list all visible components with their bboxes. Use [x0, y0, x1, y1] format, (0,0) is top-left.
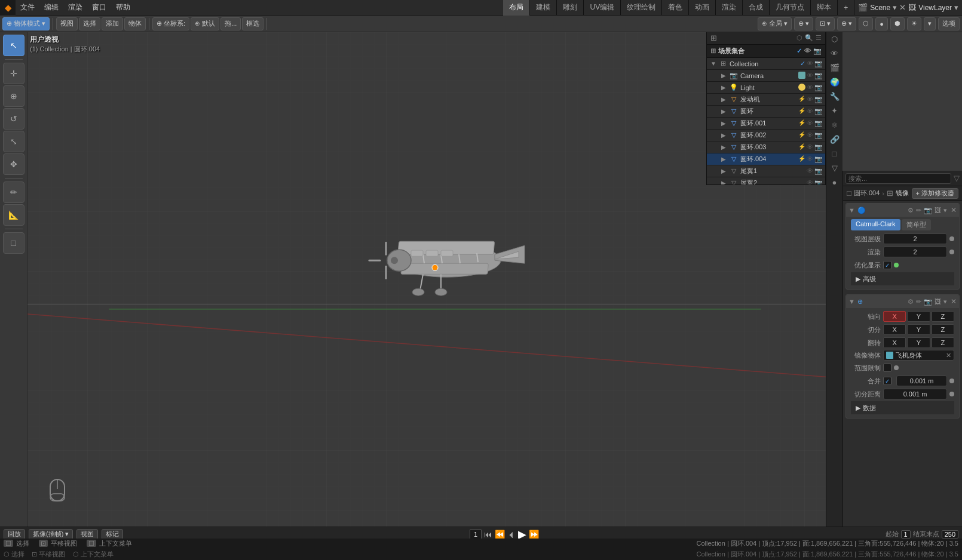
bisect-z-btn[interactable]: Z [932, 324, 954, 335]
outliner-engine[interactable]: ▶ ▽ 发动机 ⚡ 👁 📷 [707, 94, 825, 106]
light-cam[interactable]: 📷 [814, 84, 823, 91]
add-modifier-btn[interactable]: + 添加修改器 [912, 188, 958, 199]
ws-layout[interactable]: 布局 [503, 0, 530, 16]
view-levels-value[interactable]: 2 [883, 233, 947, 244]
options-btn[interactable]: 选项 [938, 17, 960, 30]
keyframe-dropdown[interactable]: ▾ [65, 530, 69, 537]
outliner-tailwing2[interactable]: ▶ ▽ 屋翼2 👁 📷 [707, 177, 825, 185]
outliner-torus004[interactable]: ▶ ▽ 圆环.004 ⚡ 👁 📷 [707, 153, 825, 165]
mod-vis-icon-subdiv[interactable]: ⚙ [908, 207, 914, 214]
engine-eye[interactable]: 👁 [807, 96, 813, 103]
coord-system-btn[interactable]: ⊕ 坐标系: [152, 17, 189, 30]
props-scene-icon[interactable]: 🎬 [828, 61, 841, 74]
jump-start-btn[interactable]: ⏮ [484, 530, 492, 539]
ws-render[interactable]: 渲染 [716, 0, 743, 16]
tw1-expand[interactable]: ▶ [721, 168, 727, 174]
outliner-camera[interactable]: ▶ 📷 Camera 👁 📷 [707, 70, 825, 82]
props-output-icon[interactable]: ⬡ [828, 32, 841, 45]
transform-tool[interactable]: ✥ [3, 153, 24, 175]
props-physics-icon[interactable]: ⚛ [828, 118, 841, 131]
mod-expand-subdiv[interactable]: ▼ [848, 207, 855, 214]
drag-btn[interactable]: 拖... [220, 17, 241, 30]
flip-z-btn[interactable]: Z [932, 337, 954, 348]
menu-file[interactable]: 文件 [16, 0, 39, 16]
transform-btn[interactable]: ⊕ ▾ [794, 17, 813, 30]
collection-eye[interactable]: 👁 [807, 60, 813, 67]
bisect-dist-value[interactable]: 0.001 m [883, 389, 947, 399]
mod-extra-dropdown[interactable]: ▾ [943, 207, 947, 214]
ws-texture-paint[interactable]: 纹理绘制 [621, 0, 662, 16]
flip-x-btn[interactable]: X [883, 337, 906, 348]
mod-close-btn-mirror[interactable]: ✕ [951, 297, 957, 306]
camera-cam-icon[interactable]: 📷 [814, 72, 823, 79]
t004-eye[interactable]: 👁 [807, 155, 813, 163]
pivot-btn[interactable]: ⊕ 默认 [191, 17, 219, 30]
select-menu-btn[interactable]: 选择 [79, 17, 100, 30]
merge-value[interactable]: 0.001 m [896, 376, 947, 386]
outliner-tailwing1[interactable]: ▶ ▽ 尾翼1 👁 📷 [707, 165, 825, 177]
tw2-cam[interactable]: 📷 [814, 179, 823, 185]
clipping-checkbox[interactable] [883, 364, 891, 372]
mirror-extra-dropdown[interactable]: ▾ [943, 298, 947, 306]
mirror-object-field[interactable]: 飞机身体 ✕ [883, 350, 954, 361]
props-particles-icon[interactable]: ✦ [828, 104, 841, 117]
prev-key-btn[interactable]: ⏪ [495, 530, 505, 539]
light-eye[interactable]: 👁 [807, 84, 813, 91]
t001-eye[interactable]: 👁 [807, 119, 813, 127]
light-expand[interactable]: ▶ [721, 84, 727, 91]
cursor-tool[interactable]: ✛ [3, 63, 24, 84]
object-mode-btn[interactable]: ⊕ 物体模式 ▾ [2, 17, 50, 30]
rotate-tool[interactable]: ↺ [3, 108, 24, 130]
collection-cam[interactable]: 📷 [814, 60, 823, 67]
menu-render[interactable]: 渲染 [63, 0, 87, 16]
torus-cam[interactable]: 📷 [814, 107, 823, 115]
tab-catmull[interactable]: Catmull-Clark [851, 219, 900, 230]
keyframe-btn[interactable]: 抓像(插帧) ▾ [29, 529, 73, 540]
torus-eye[interactable]: 👁 [807, 107, 813, 115]
props-object-icon[interactable]: □ [828, 147, 841, 160]
mirror-edit-icon[interactable]: ✏ [916, 298, 921, 306]
camera-eye[interactable]: 👁 [807, 72, 813, 79]
overlay-btn[interactable]: ⊕ ▾ [837, 17, 856, 30]
scale-tool[interactable]: ⤡ [3, 131, 24, 152]
props-view-icon[interactable]: 👁 [828, 47, 841, 60]
flip-y-btn[interactable]: Y [907, 337, 930, 348]
bisect-x-btn[interactable]: X [883, 324, 906, 335]
bisect-y-btn[interactable]: Y [907, 324, 930, 335]
scene-menu-icon[interactable]: ▾ [893, 3, 897, 12]
scene-unlink-icon[interactable]: ✕ [899, 3, 906, 12]
frame-current-display[interactable]: 1 [470, 529, 482, 540]
menu-edit[interactable]: 编辑 [39, 0, 63, 16]
props-search-input[interactable] [845, 173, 951, 184]
mod-expand-mirror[interactable]: ▼ [848, 298, 855, 305]
t002-expand[interactable]: ▶ [721, 132, 727, 139]
start-value[interactable]: 1 [901, 530, 911, 539]
scene-cam-icon[interactable]: 📷 [813, 47, 822, 55]
data-section[interactable]: ▶ 数据 [851, 401, 954, 414]
engine-cam[interactable]: 📷 [814, 96, 823, 103]
collection-expand[interactable]: ▼ [710, 60, 716, 67]
add-menu-btn[interactable]: 添加 [102, 17, 123, 30]
mod-close-btn-subdiv[interactable]: ✕ [951, 206, 957, 214]
menu-window[interactable]: 窗口 [87, 0, 111, 16]
mod-header-subdiv[interactable]: ▼ 🔵 ⚙ ✏ 📷 🖼 ▾ ✕ [846, 204, 959, 217]
tab-simple[interactable]: 简单型 [902, 219, 931, 230]
shading-render-btn[interactable]: ☀ [907, 17, 921, 30]
view-btn[interactable]: 视图 [76, 529, 98, 540]
props-data-icon[interactable]: ▽ [828, 161, 841, 174]
playback-btn[interactable]: 回放 [4, 529, 25, 540]
mod-edit-icon[interactable]: ✏ [916, 207, 921, 214]
t004-cam[interactable]: 📷 [814, 155, 823, 163]
box-select-btn[interactable]: 框选 [242, 17, 264, 30]
outliner-search-icon[interactable]: 🔍 [805, 34, 813, 42]
add-object-tool[interactable]: □ [3, 232, 24, 254]
axis-x-btn[interactable]: X [883, 311, 906, 322]
ws-compositing[interactable]: 合成 [743, 0, 770, 16]
axis-z-btn[interactable]: Z [932, 311, 954, 322]
object-menu-btn[interactable]: 物体 [124, 17, 146, 30]
outliner-torus[interactable]: ▶ ▽ 圆环 ⚡ 👁 📷 [707, 106, 825, 118]
shading-solid-btn[interactable]: ● [875, 17, 888, 30]
tw2-eye[interactable]: 👁 [807, 179, 813, 185]
outliner-collection[interactable]: ▼ ⊞ Collection ✓ 👁 📷 [707, 58, 825, 70]
mod-header-mirror[interactable]: ▼ ⊕ ⚙ ✏ 📷 🖼 ▾ ✕ [846, 295, 959, 308]
